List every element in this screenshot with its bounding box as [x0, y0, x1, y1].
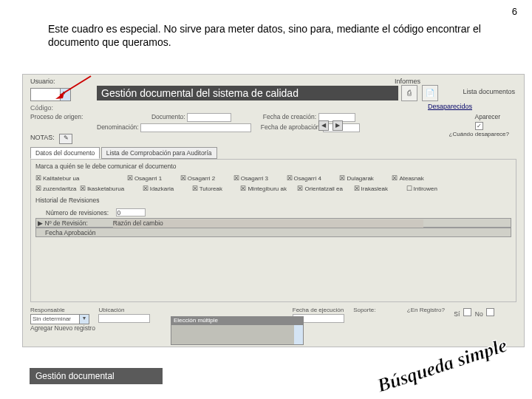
- nav-prev-button[interactable]: ◀: [318, 120, 329, 131]
- num-rev-value: 0: [116, 208, 146, 216]
- chk-kalitatebur[interactable]: Kalitatebur ua: [35, 174, 79, 182]
- dropdown-arrow-icon[interactable]: [60, 89, 70, 100]
- ubicacion-field: Ubicación: [98, 307, 150, 323]
- responsable-label: Responsable: [30, 307, 89, 313]
- si-no-field: Sí No: [454, 307, 494, 318]
- rev-num-label: Nº de Revisión:: [44, 219, 111, 227]
- num-rev-label: Número de revisiones:: [46, 209, 109, 216]
- si-label: Sí: [454, 310, 460, 318]
- agregar-label[interactable]: Agregar Nuevo registro: [30, 324, 95, 332]
- revision-header-row: ▶ Nº de Revisión: Razón del cambio: [35, 218, 511, 228]
- en-registro-field: ¿En Registro?: [407, 307, 445, 314]
- marca-label: Marca a quién se le debe comunicar el do…: [31, 160, 516, 173]
- desaparecidos-link[interactable]: Desaparecidos: [428, 103, 472, 110]
- eleccion-multiple-header: Elección múltiple: [171, 316, 304, 324]
- chk-ateasnak[interactable]: Ateasnak: [392, 174, 423, 182]
- chk-mintegiburu[interactable]: Mintegiburu ak: [240, 185, 286, 192]
- explanation-text: Este cuadro es especial. No sirve para m…: [48, 22, 525, 49]
- tab-lista-comprobacion[interactable]: Lista de Comprobación para Auditoría: [101, 147, 217, 159]
- nav-buttons: ◀ ▶: [318, 120, 344, 131]
- documento-input[interactable]: [187, 113, 231, 122]
- chk-osagarri2[interactable]: Osagarri 2: [180, 174, 215, 182]
- usuario-label: Usuario:: [30, 78, 55, 85]
- codigo-dropdown[interactable]: [30, 88, 71, 101]
- report-icon-button-2[interactable]: 📄: [422, 85, 438, 101]
- ubicacion-label: Ubicación: [98, 307, 150, 313]
- fecha-aprob-rev-label: Fecha Aprobación: [45, 229, 112, 236]
- page-number: 6: [512, 6, 517, 17]
- soporte-field: Soporte:: [353, 307, 375, 314]
- codigo-label: Código:: [30, 104, 53, 112]
- razon-cambio-cell: Razón del cambio: [113, 219, 423, 228]
- chk-orientatzail[interactable]: Orientatzail ea: [297, 185, 343, 192]
- no-label: No: [475, 310, 483, 318]
- denominacion-input[interactable]: [140, 123, 251, 132]
- chk-osagarri4[interactable]: Osagarri 4: [287, 174, 321, 182]
- nav-next-button[interactable]: ▶: [332, 120, 343, 131]
- soporte-label: Soporte:: [353, 307, 375, 313]
- ubicacion-input[interactable]: [98, 314, 150, 323]
- eleccion-multiple-box: Elección múltiple: [171, 316, 304, 345]
- eleccion-multiple-list[interactable]: [171, 324, 304, 345]
- checkbox-row-1: Kalitatebur ua Osagarri 1 Osagarri 2 Osa…: [31, 173, 516, 183]
- documento-label: Documento:: [151, 113, 185, 120]
- cuando-desaparece-label: ¿Cuándo desaparece?: [449, 131, 509, 137]
- tab-datos-documento[interactable]: Datos del documento: [30, 147, 100, 159]
- responsable-field: Responsable Sin determinar: [30, 307, 89, 324]
- si-checkbox[interactable]: [463, 308, 471, 316]
- tab-bar: Datos del documento Lista de Comprobació…: [30, 147, 216, 159]
- historial-label: Historial de Revisiones: [31, 194, 516, 207]
- denominacion-label: Denominación:: [97, 123, 139, 131]
- num-revisiones-row: Número de revisiones: 0: [31, 207, 516, 218]
- no-checkbox[interactable]: [486, 308, 494, 316]
- chk-ikasketaburua[interactable]: Ikasketaburua: [80, 185, 124, 192]
- report-icon-button-1[interactable]: ⎙: [401, 85, 417, 101]
- fecha-aprob-label: Fecha de aprobación:: [261, 123, 321, 131]
- chk-irakasleak[interactable]: Irakasleak: [354, 185, 388, 192]
- chk-intirowen[interactable]: Intirowen: [406, 185, 437, 192]
- chk-osagarri1[interactable]: Osagarri 1: [127, 174, 162, 182]
- en-registro-label: ¿En Registro?: [407, 307, 445, 313]
- fecha-ejec-label: Fecha de ejecución: [293, 307, 344, 313]
- footer-title-bar: Gestión documental: [30, 368, 163, 384]
- informes-label: Informes: [395, 78, 420, 85]
- app-window: Usuario: Código: Gestión documental del …: [22, 74, 525, 347]
- chk-osagarri3[interactable]: Osagarri 3: [233, 174, 268, 182]
- scrollbar[interactable]: [294, 325, 303, 344]
- chk-tutoreak[interactable]: Tutoreak: [192, 185, 222, 192]
- revision-row-2: Fecha Aprobación: [35, 228, 511, 237]
- chk-dulagarak[interactable]: Dulagarak: [339, 174, 373, 182]
- proceso-label: Proceso de origen:: [30, 113, 83, 120]
- tab-panel: Marca a quién se le debe comunicar el do…: [30, 159, 516, 302]
- chk-idazkaria[interactable]: Idazkaria: [143, 185, 174, 192]
- notas-section: NOTAS: ✎: [30, 134, 72, 144]
- app-title-bar: Gestión documental del sistema de calida…: [97, 86, 398, 100]
- lista-documentos-label: Lista documentos: [463, 88, 515, 95]
- fecha-creacion-label: Fecha de creación:: [263, 113, 316, 120]
- chk-zuzendaritza[interactable]: zuzendaritza: [35, 185, 76, 192]
- triangle-icon: ▶: [38, 219, 43, 227]
- checkbox-row-2: zuzendaritza Ikasketaburua Idazkaria Tut…: [31, 183, 516, 194]
- notas-button[interactable]: ✎: [59, 134, 72, 144]
- responsable-dropdown[interactable]: Sin determinar: [30, 314, 89, 324]
- notas-label: NOTAS:: [30, 134, 55, 141]
